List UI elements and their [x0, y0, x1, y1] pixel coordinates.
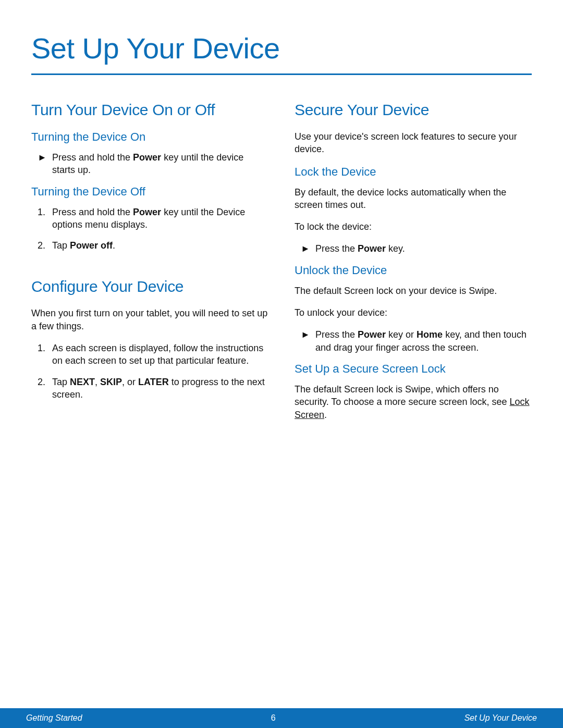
right-column: Secure Your Device Use your device's scr…	[295, 101, 532, 430]
list-item-text: Press and hold the Power key until the D…	[52, 206, 268, 231]
list-number: 2.	[38, 239, 52, 252]
list-item-text: Press and hold the Power key until the d…	[52, 151, 268, 177]
paragraph: The default Screen lock is Swipe, which …	[295, 383, 532, 421]
heading-secure: Secure Your Device	[295, 101, 532, 119]
paragraph: When you first turn on your tablet, you …	[31, 307, 268, 332]
heading-configure: Configure Your Device	[31, 278, 268, 295]
page-footer: Getting Started 6 Set Up Your Device	[0, 708, 563, 728]
heading-secure-lock: Set Up a Secure Screen Lock	[295, 362, 532, 376]
list-item: 1. As each screen is displayed, follow t…	[31, 342, 268, 367]
list-number: 1.	[38, 206, 52, 231]
list-item: 2. Tap NEXT, SKIP, or LATER to progress …	[31, 376, 268, 401]
title-underline	[31, 73, 532, 75]
list-item: ► Press the Power key.	[295, 242, 532, 255]
heading-turn-on-off: Turn Your Device On or Off	[31, 101, 268, 119]
list-item-text: Tap Power off.	[52, 239, 268, 252]
footer-page-number: 6	[271, 713, 276, 723]
list-item: ► Press and hold the Power key until the…	[31, 151, 268, 177]
heading-unlock-device: Unlock the Device	[295, 264, 532, 277]
paragraph: By default, the device locks automatical…	[295, 186, 532, 212]
list-number: 2.	[38, 376, 52, 401]
bullet-arrow-icon: ►	[301, 242, 315, 255]
paragraph: To lock the device:	[295, 220, 532, 233]
list-item-text: Press the Power key.	[315, 242, 532, 255]
list-item: 2. Tap Power off.	[31, 239, 268, 252]
heading-turning-on: Turning the Device On	[31, 130, 268, 144]
paragraph: To unlock your device:	[295, 306, 532, 319]
page-title: Set Up Your Device	[31, 31, 532, 65]
left-column: Turn Your Device On or Off Turning the D…	[31, 101, 268, 430]
list-item: 1. Press and hold the Power key until th…	[31, 206, 268, 231]
bullet-arrow-icon: ►	[301, 328, 315, 354]
list-item: ► Press the Power key or Home key, and t…	[295, 328, 532, 354]
paragraph: The default Screen lock on your device i…	[295, 285, 532, 297]
list-item-text: Press the Power key or Home key, and the…	[315, 328, 532, 354]
footer-left: Getting Started	[26, 713, 82, 723]
heading-lock-device: Lock the Device	[295, 165, 532, 179]
list-item-text: As each screen is displayed, follow the …	[52, 342, 268, 367]
list-number: 1.	[38, 342, 52, 367]
content-columns: Turn Your Device On or Off Turning the D…	[31, 101, 532, 430]
list-item-text: Tap NEXT, SKIP, or LATER to progress to …	[52, 376, 268, 401]
footer-right: Set Up Your Device	[464, 713, 537, 723]
heading-turning-off: Turning the Device Off	[31, 185, 268, 199]
paragraph: Use your device's screen lock features t…	[295, 130, 532, 156]
bullet-arrow-icon: ►	[38, 151, 52, 177]
